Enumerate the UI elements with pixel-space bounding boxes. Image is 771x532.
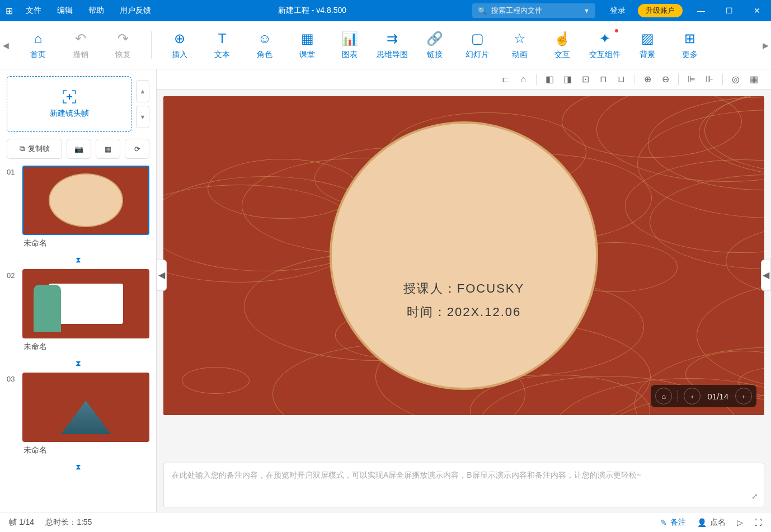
hourglass-icon[interactable]: ⧗ <box>7 253 149 269</box>
toolbar-思维导图[interactable]: ⇉思维导图 <box>371 26 413 65</box>
nav-next-icon[interactable]: › <box>735 388 752 404</box>
slide-number: 02 <box>7 269 18 353</box>
slide-number: 03 <box>7 373 18 456</box>
slide-text-date[interactable]: 时间：202X.12.06 <box>407 304 521 321</box>
grid-icon[interactable]: ▦ <box>745 72 762 87</box>
fullscreen-button[interactable]: ⛶ <box>754 518 762 527</box>
toolbar-scroll-right[interactable]: ▶ <box>760 21 771 69</box>
snapshot-icon[interactable]: ◎ <box>727 72 744 87</box>
minimize-button[interactable]: — <box>687 0 715 21</box>
menu-help[interactable]: 帮助 <box>81 0 112 21</box>
toolbar-角色[interactable]: ☺角色 <box>243 26 286 65</box>
toolbar-撤销[interactable]: ↶撤销 <box>59 26 102 65</box>
ruler-icon[interactable]: ⊏ <box>497 72 514 87</box>
loop-button[interactable]: ⟳ <box>125 139 149 159</box>
play-icon: ▷ <box>737 518 743 527</box>
toolbar-icon-13: ✦ <box>599 31 610 46</box>
slide-canvas[interactable]: 授课人：FOCUSKY 时间：202X.12.06 ⌂ ‹ 01/14 › <box>163 96 764 415</box>
copy-icon: ⧉ <box>20 144 25 153</box>
plus-icon <box>62 90 77 104</box>
hourglass-icon[interactable]: ⧗ <box>7 356 149 373</box>
status-duration: 总时长：1:55 <box>45 517 92 528</box>
status-frame-counter: 帧 1/14 <box>9 517 34 528</box>
copy-frame-button[interactable]: ⧉ 复制帧 <box>7 139 62 159</box>
statusbar: 帧 1/14 总时长：1:55 ✎ 备注 👤 点名 ▷ ⛶ <box>0 512 771 532</box>
panel-collapse-left[interactable]: ◀ <box>157 260 167 291</box>
slide-text-instructor[interactable]: 授课人：FOCUSKY <box>403 280 524 297</box>
nav-prev-icon[interactable]: ‹ <box>684 388 701 404</box>
home-icon[interactable]: ⌂ <box>515 72 532 87</box>
slide-label: 未命名 <box>22 235 149 249</box>
slide-thumbnail-02[interactable]: 未命名 <box>22 269 149 353</box>
new-frame-label: 新建镜头帧 <box>50 109 89 119</box>
play-button[interactable]: ▷ <box>737 518 743 527</box>
toolbar-scroll-left[interactable]: ◀ <box>0 21 11 69</box>
chevron-down-icon[interactable]: ▼ <box>584 7 590 14</box>
upgrade-button[interactable]: 升级账户 <box>638 4 683 17</box>
menu-file[interactable]: 文件 <box>18 0 49 21</box>
scroll-down-button[interactable]: ▼ <box>136 106 149 128</box>
slide-thumbnail-01[interactable]: 未命名 <box>22 166 149 249</box>
align-center-icon[interactable]: ◨ <box>559 72 576 87</box>
slides-list[interactable]: 01 未命名 ⧗ 02 未命名 ⧗ 03 未命名 ⧗ <box>0 166 156 512</box>
nav-home-icon[interactable]: ⌂ <box>655 388 672 404</box>
toolbar-更多[interactable]: ⊞更多 <box>669 26 711 65</box>
red-dot-icon <box>615 29 618 32</box>
panel-collapse-right[interactable]: ◀ <box>761 260 771 291</box>
notes-placeholder: 在此处输入您的备注内容，在预览时开启双屏模式，可以实现A屏全屏播放演示内容，B屏… <box>172 470 641 479</box>
align-left-icon[interactable]: ◧ <box>541 72 558 87</box>
fullscreen-icon: ⛶ <box>754 518 762 527</box>
notes-toggle-button[interactable]: ✎ 备注 <box>660 517 686 528</box>
toolbar-课堂[interactable]: ▦课堂 <box>286 26 328 65</box>
expand-icon[interactable]: ⤢ <box>751 490 758 502</box>
distribute-v-icon[interactable]: ⊪ <box>701 72 718 87</box>
maximize-button[interactable]: ☐ <box>715 0 743 21</box>
titlebar: ⊞ 文件 编辑 帮助 用户反馈 新建工程 - v4.8.500 🔍 搜索工程内文… <box>0 0 771 21</box>
roll-call-button[interactable]: 👤 点名 <box>697 517 726 528</box>
scroll-up-button[interactable]: ▲ <box>136 80 149 102</box>
distribute-h-icon[interactable]: ⊫ <box>683 72 700 87</box>
toolbar-首页[interactable]: ⌂首页 <box>17 26 59 65</box>
toolbar-动画[interactable]: ☆动画 <box>499 26 541 65</box>
toolbar-幻灯片[interactable]: ▢幻灯片 <box>456 26 499 65</box>
camera-button[interactable]: 📷 <box>67 139 91 159</box>
slide-thumbnail-03[interactable]: 未命名 <box>22 373 149 456</box>
qr-button[interactable]: ▦ <box>96 139 120 159</box>
toolbar-背景[interactable]: ▨背景 <box>626 26 669 65</box>
menu-feedback[interactable]: 用户反馈 <box>112 0 159 21</box>
toolbar-图表[interactable]: 📊图表 <box>328 26 371 65</box>
toolbar-恢复[interactable]: ↷恢复 <box>102 26 144 65</box>
menu-edit[interactable]: 编辑 <box>49 0 81 21</box>
document-title: 新建工程 - v4.8.500 <box>278 6 346 16</box>
align-top-icon[interactable]: ⊓ <box>595 72 612 87</box>
slide-circle[interactable]: 授课人：FOCUSKY 时间：202X.12.06 <box>330 121 598 390</box>
toolbar-交互[interactable]: ☝交互 <box>541 26 584 65</box>
align-bottom-icon[interactable]: ⊔ <box>613 72 629 87</box>
toolbar-icon-10: ▢ <box>471 31 484 46</box>
toolbar-icon-15: ⊞ <box>684 31 695 46</box>
toolbar-icon-0: ⌂ <box>34 31 43 46</box>
toolbar-链接[interactable]: 🔗链接 <box>413 26 456 65</box>
zoom-out-icon[interactable]: ⊖ <box>657 72 674 87</box>
copy-frame-label: 复制帧 <box>28 144 50 154</box>
close-button[interactable]: ✕ <box>743 0 771 21</box>
login-button[interactable]: 登录 <box>602 0 633 21</box>
toolbar-icon-9: 🔗 <box>426 31 443 46</box>
toolbar-插入[interactable]: ⊕插入 <box>158 26 201 65</box>
loop-icon: ⟳ <box>134 145 140 153</box>
notes-input[interactable]: 在此处输入您的备注内容，在预览时开启双屏模式，可以实现A屏全屏播放演示内容，B屏… <box>163 463 764 507</box>
toolbar-文本[interactable]: T文本 <box>201 26 243 65</box>
toolbar-交互组件[interactable]: ✦交互组件 <box>584 26 626 65</box>
toolbar-icon-4: T <box>218 31 227 46</box>
hourglass-icon[interactable]: ⧗ <box>7 460 149 476</box>
nav-counter: 01/14 <box>703 392 733 401</box>
new-frame-button[interactable]: 新建镜头帧 <box>7 76 131 132</box>
notes-icon: ✎ <box>660 518 667 527</box>
search-input[interactable]: 🔍 搜索工程内文件 ▼ <box>472 3 595 18</box>
align-right-icon[interactable]: ⊡ <box>577 72 594 87</box>
search-placeholder: 搜索工程内文件 <box>491 6 542 16</box>
toolbar-icon-12: ☝ <box>554 31 571 46</box>
toolbar-icon-5: ☺ <box>258 31 272 46</box>
search-icon: 🔍 <box>478 7 487 15</box>
zoom-in-icon[interactable]: ⊕ <box>639 72 656 87</box>
